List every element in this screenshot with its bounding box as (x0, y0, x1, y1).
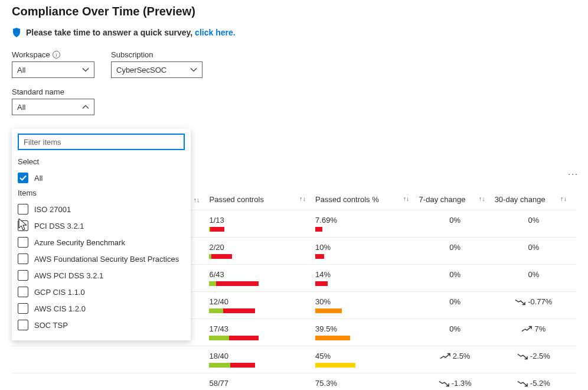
sort-icon[interactable]: ↑↓ (403, 195, 410, 202)
cell-passed: 12/40 (209, 292, 315, 319)
cell-30day: -5.2% (495, 373, 576, 391)
checkbox-icon[interactable] (18, 237, 28, 248)
passed-text: 1/13 (209, 216, 312, 225)
trend-indicator: 7% (521, 324, 545, 333)
trend-indicator: 2.5% (440, 352, 471, 360)
workspace-select[interactable]: All (12, 61, 94, 78)
dropdown-option-label: GCP CIS 1.1.0 (34, 288, 85, 297)
trend-indicator: 0% (449, 243, 460, 252)
dropdown-option-all[interactable]: All (12, 170, 191, 186)
dropdown-option-label: All (34, 174, 43, 183)
col-header-7day[interactable]: 7-day change ↑↓ (419, 189, 495, 210)
checkbox-icon[interactable] (18, 220, 28, 231)
cell-30day: 0% (495, 238, 576, 265)
chevron-down-icon (190, 66, 197, 73)
cell-pct: 14% (315, 265, 419, 292)
cell-pct: 7.69% (315, 210, 419, 238)
pct-text: 10% (315, 243, 416, 252)
dropdown-option-label: PCI DSS 3.2.1 (34, 222, 84, 230)
passed-text: 2/20 (209, 243, 312, 252)
cell-30day: 7% (495, 319, 576, 346)
checkbox-icon[interactable] (18, 270, 28, 281)
subscription-value: CyberSecSOC (116, 66, 166, 74)
trend-indicator: 0% (449, 297, 460, 306)
info-icon[interactable]: i (53, 51, 60, 58)
cell-pct: 10% (315, 238, 419, 265)
standard-name-select[interactable]: All (12, 99, 94, 115)
cell-passed: 2/20 (209, 238, 315, 265)
cell-7day: 0% (419, 319, 495, 346)
sort-icon[interactable]: ↑↓ (560, 195, 567, 202)
col-header-pct[interactable]: Passed controls % ↑↓ (315, 189, 419, 210)
sort-icon[interactable]: ↑↓ (193, 196, 200, 203)
subscription-label: Subscription (111, 50, 153, 59)
trend-indicator: -5.2% (517, 379, 550, 388)
cell-30day: -2.5% (495, 346, 576, 373)
survey-link[interactable]: click here. (195, 28, 236, 37)
dropdown-option-label: AWS PCI DSS 3.2.1 (34, 271, 103, 280)
pct-text: 45% (315, 352, 416, 360)
dropdown-option[interactable]: SOC TSP (12, 317, 191, 333)
trend-indicator: 0% (528, 243, 539, 252)
cell-pct: 39.5% (315, 319, 419, 346)
sort-icon[interactable]: ↑↓ (479, 195, 485, 202)
table-row[interactable]: 58/7775.3%-1.3%-5.2% (12, 373, 576, 391)
trend-indicator: -1.3% (439, 379, 472, 388)
items-section-label: Items (12, 186, 191, 201)
checkbox-icon[interactable] (18, 204, 28, 214)
cell-standard (12, 346, 209, 373)
trend-indicator: -2.5% (517, 352, 550, 360)
cell-7day: 0% (419, 238, 495, 265)
dropdown-option[interactable]: AWS CIS 1.2.0 (12, 300, 191, 317)
cell-7day: 0% (419, 265, 495, 292)
filter-items-input[interactable] (18, 134, 185, 150)
cell-standard (12, 373, 209, 391)
dropdown-option[interactable]: AWS PCI DSS 3.2.1 (12, 267, 191, 284)
pct-text: 14% (315, 270, 416, 279)
passed-text: 6/43 (209, 270, 312, 279)
standard-name-dropdown: Select All Items ISO 27001PCI DSS 3.2.1A… (12, 129, 191, 340)
workspace-label: Workspace (12, 50, 50, 59)
dropdown-option[interactable]: ISO 27001 (12, 201, 191, 217)
col-header-30day[interactable]: 30-day change ↑↓ (495, 189, 576, 210)
dropdown-option[interactable]: GCP CIS 1.1.0 (12, 284, 191, 300)
passed-text: 58/77 (209, 379, 312, 388)
passed-text: 17/43 (209, 324, 312, 333)
dropdown-option-label: ISO 27001 (34, 205, 71, 214)
cell-7day: 2.5% (419, 346, 495, 373)
trend-indicator: -0.77% (515, 297, 552, 306)
checkbox-icon[interactable] (18, 254, 28, 264)
survey-banner: Please take time to answer a quick surve… (12, 28, 576, 37)
cell-pct: 75.3% (315, 373, 419, 391)
dropdown-option[interactable]: PCI DSS 3.2.1 (12, 217, 191, 234)
subscription-select[interactable]: CyberSecSOC (111, 61, 202, 78)
cell-passed: 18/40 (209, 346, 315, 373)
survey-text: Please take time to answer a quick surve… (26, 28, 195, 37)
trend-indicator: 0% (449, 216, 460, 225)
cell-7day: 0% (419, 292, 495, 319)
cell-pct: 30% (315, 292, 419, 319)
checkbox-icon[interactable] (18, 303, 28, 314)
shield-icon (12, 28, 21, 37)
standard-name-value: All (17, 103, 25, 112)
chevron-down-icon (82, 66, 89, 73)
select-section-label: Select (12, 155, 191, 170)
trend-indicator: 0% (528, 216, 539, 225)
passed-text: 18/40 (209, 352, 312, 360)
col-header-passed[interactable]: Passed controls ↑↓ (209, 189, 315, 210)
cell-passed: 6/43 (209, 265, 315, 292)
chevron-up-icon (82, 103, 89, 110)
checkbox-icon[interactable] (18, 173, 28, 183)
checkbox-icon[interactable] (18, 287, 28, 297)
dropdown-option-label: Azure Security Benchmark (34, 238, 125, 247)
checkbox-icon[interactable] (18, 320, 28, 330)
sort-icon[interactable]: ↑↓ (299, 195, 306, 202)
cell-passed: 1/13 (209, 210, 315, 238)
cell-passed: 17/43 (209, 319, 315, 346)
table-row[interactable]: 18/4045%2.5%-2.5% (12, 346, 576, 373)
cell-7day: -1.3% (419, 373, 495, 391)
more-actions-button[interactable]: ··· (568, 169, 579, 178)
pct-text: 30% (315, 297, 416, 306)
dropdown-option[interactable]: AWS Foundational Security Best Practices (12, 251, 191, 267)
dropdown-option[interactable]: Azure Security Benchmark (12, 234, 191, 251)
